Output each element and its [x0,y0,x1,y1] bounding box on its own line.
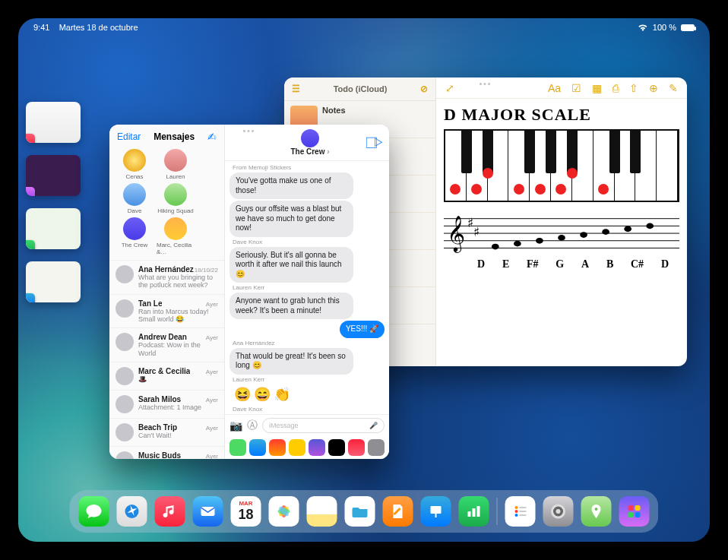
sender-label: Dave Knox [229,239,385,245]
svg-rect-25 [473,508,476,517]
facetime-icon[interactable]: ⃞▷ [374,136,383,149]
sender-label: Dave Knox [229,406,385,413]
checklist-icon[interactable]: ☑︎ [571,82,581,94]
dock-messages-app[interactable] [79,496,109,527]
window-handle[interactable]: ••• [480,80,492,88]
share-icon[interactable]: ⇧ [629,82,638,94]
pinned-contact[interactable]: Cenas [116,149,154,180]
conversation-row[interactable]: Ana Hernández18/10/22What are you bringi… [109,260,224,294]
expand-icon[interactable]: ⤢ [445,82,454,94]
svg-point-27 [515,506,518,509]
imessage-app[interactable] [229,439,246,456]
imessage-app[interactable] [348,439,365,456]
imessage-app[interactable] [309,439,325,456]
pinned-contact[interactable]: Hiking Squad [157,183,195,214]
imessage-app[interactable] [269,439,286,456]
recent-thumb-safari[interactable] [26,261,81,302]
svg-point-9 [514,241,521,247]
svg-rect-30 [520,507,527,508]
dock-mail-app[interactable] [193,496,223,527]
dock-files-app[interactable] [345,496,375,527]
dock-calendar-app[interactable]: MAR18 [231,496,261,527]
messages-title: Mensajes [154,131,195,142]
message-bubble[interactable]: YES!!! 🚀 [340,321,385,338]
svg-rect-32 [520,514,527,516]
dock-settings-app[interactable] [543,496,574,527]
sender-label: Ana Hernández [229,340,385,346]
svg-point-34 [556,509,561,514]
message-bubble[interactable]: You've gotta make us one of those! [229,172,353,199]
svg-rect-17 [201,507,215,516]
dock-music-app[interactable] [155,496,185,527]
imessage-app[interactable] [368,439,385,456]
imessage-app[interactable] [328,439,345,456]
svg-rect-38 [628,512,634,517]
imessage-apps [225,436,389,459]
pinned-contact[interactable]: The Crew [116,217,154,255]
dock-photos-app[interactable] [269,496,299,527]
svg-rect-39 [635,512,641,517]
message-input[interactable]: iMessage 🎤 [262,418,385,433]
messages-sidebar[interactable]: ••• Editar Mensajes ✍︎ Cenas Lauren Dave… [109,125,225,459]
pinned-contact[interactable]: Lauren [157,149,195,180]
sidebar-icon[interactable]: ☰ [292,84,300,94]
appstore-icon[interactable]: Ⓐ [247,419,258,432]
message-bubble[interactable]: That would be great! It's been so long 😊 [229,348,353,375]
dock-notes-app[interactable] [307,496,337,527]
recent-thumb-music[interactable] [26,102,81,143]
more-icon[interactable]: ⊕ [649,82,658,94]
svg-text:♯: ♯ [473,224,480,239]
recent-thumb-podcast[interactable] [26,155,81,196]
imessage-app[interactable] [289,439,305,456]
pinned-contact[interactable]: Marc, Cecilia &… [157,217,195,255]
camera-icon[interactable]: 📷 [229,419,242,432]
note-title: D MAJOR SCALE [444,105,679,125]
status-date: Martes 18 de octubre [59,23,138,32]
svg-point-29 [515,514,518,517]
svg-rect-26 [477,506,480,517]
recent-apps-strip [26,102,81,302]
compose-icon[interactable]: ✎ [669,82,678,94]
recent-thumb-numbers[interactable] [26,208,81,249]
dock-shortcuts-app[interactable] [619,496,650,527]
svg-point-15 [646,223,654,229]
thread-title[interactable]: The Crew [290,129,329,156]
conversation-row[interactable]: Marc & CeciliaAyer🎩 [109,362,224,390]
conversation-list: Ana Hernández18/10/22What are you bringi… [109,260,224,459]
svg-rect-31 [520,511,527,512]
message-compose-bar: 📷 Ⓐ iMessage 🎤 [225,414,389,436]
conversation-row[interactable]: Sarah MilosAyerAttachment: 1 Image [109,390,224,418]
window-handle[interactable]: ••• [243,127,256,135]
compose-icon[interactable]: ✍︎ [207,131,217,143]
folder-menu-icon[interactable]: ⊘ [420,84,428,94]
edit-button[interactable]: Editar [117,131,141,142]
dock-separator [497,498,498,525]
status-bar: 9:41 Martes 18 de octubre 100 % [18,23,710,32]
dock-safari-app[interactable] [117,496,147,527]
dock-keynote-app[interactable] [421,496,451,527]
text-style-button[interactable]: Aa [548,82,561,94]
message-bubble[interactable]: Anyone want to grab lunch this week? It'… [229,293,353,319]
imessage-app[interactable] [249,439,266,456]
dock-pages-app[interactable] [383,496,413,527]
camera-icon[interactable]: ⎙ [612,82,619,94]
notes-folder-title: Todo (iCloud) [334,84,388,93]
conversation-row[interactable]: Music BudsAyerWhat concert are we going … [109,446,224,459]
message-bubble[interactable]: Seriously. But it's all gonna be worth i… [229,247,353,283]
table-icon[interactable]: ▦ [592,82,602,94]
dock-maps-app[interactable] [581,496,612,527]
dock-numbers-app[interactable] [459,496,489,527]
message-bubble[interactable]: Guys our offsite was a blast but we have… [229,201,353,237]
conversation-row[interactable]: Andrew DeanAyerPodcast: Wow in the World [109,327,224,362]
conversation-row[interactable]: Beach TripAyerCan't Wait! [109,418,224,446]
music-staff: 𝄞 ♯♯ [444,211,679,258]
numbers-icon [26,240,35,249]
podcast-icon [26,187,35,196]
mic-icon[interactable]: 🎤 [369,422,378,429]
dock-reminders-app[interactable] [505,496,536,527]
conversation-row[interactable]: Tan LeAyerRan into Marcus today! Small w… [109,294,224,328]
svg-point-28 [515,510,518,513]
sender-label: From Memoji Stickers [229,164,385,171]
pinned-contact[interactable]: Dave [116,183,154,214]
messages-window[interactable]: ••• Editar Mensajes ✍︎ Cenas Lauren Dave… [109,125,389,459]
